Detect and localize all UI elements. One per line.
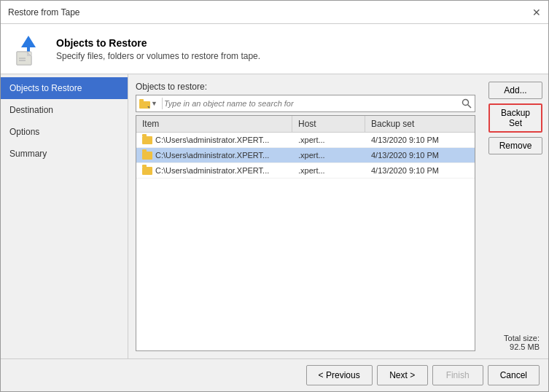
header-title: Objects to Restore: [56, 37, 260, 49]
cell-host: .xpert...: [292, 163, 365, 178]
cell-backup-set: 4/13/2020 9:10 PM: [365, 133, 475, 147]
table-body: C:\Users\administrator.XPERT... .xpert..…: [136, 133, 475, 350]
search-folder-button[interactable]: ▼: [136, 99, 160, 109]
svg-line-10: [468, 105, 472, 109]
sidebar-item-destination[interactable]: Destination: [1, 99, 128, 121]
sidebar-item-objects-to-restore[interactable]: Objects to Restore: [1, 77, 128, 99]
column-backup-set: Backup set: [365, 116, 475, 132]
dialog-title: Restore from Tape: [8, 7, 80, 17]
folder-icon: [142, 152, 152, 160]
total-size-area: Total size: 92.5 MB: [488, 334, 542, 351]
svg-rect-7: [139, 99, 144, 102]
cell-host: .xpert...: [292, 133, 365, 147]
cell-backup-set: 4/13/2020 9:10 PM: [365, 148, 475, 162]
bottom-bar: < Previous Next > Finish Cancel: [1, 358, 548, 391]
finish-button[interactable]: Finish: [432, 365, 483, 385]
header-icon: [11, 31, 46, 66]
folder-icon: [142, 136, 152, 144]
backup-set-button[interactable]: Backup Set: [488, 103, 542, 133]
cell-host: .xpert...: [292, 148, 365, 162]
previous-button[interactable]: < Previous: [306, 365, 373, 385]
table-row[interactable]: C:\Users\administrator.XPERT... .xpert..…: [136, 148, 475, 163]
add-button[interactable]: Add...: [488, 82, 542, 99]
folder-dropdown-icon: [139, 99, 151, 109]
search-divider: [162, 98, 163, 109]
column-host: Host: [292, 116, 365, 132]
remove-button[interactable]: Remove: [488, 137, 542, 154]
table-row[interactable]: C:\Users\administrator.XPERT... .xpert..…: [136, 133, 475, 148]
sidebar-item-summary[interactable]: Summary: [1, 143, 128, 165]
folder-icon: [142, 167, 152, 175]
table-area: Item Host Backup set C:\Users\administra…: [136, 115, 475, 351]
main-panel: Objects to restore: ▼: [128, 74, 483, 358]
header-subtitle: Specify files, folders or volumes to res…: [56, 51, 260, 61]
svg-point-9: [463, 100, 469, 106]
header-text: Objects to Restore Specify files, folder…: [56, 37, 260, 61]
total-size-text: Total size:: [488, 334, 540, 342]
search-input[interactable]: [164, 99, 459, 108]
dialog: Restore from Tape ✕ Objects to Restore S…: [0, 0, 549, 392]
column-item: Item: [136, 116, 292, 132]
cancel-button[interactable]: Cancel: [488, 365, 540, 385]
cell-item: C:\Users\administrator.XPERT...: [136, 163, 292, 178]
objects-label: Objects to restore:: [136, 82, 475, 92]
close-button[interactable]: ✕: [532, 7, 541, 17]
table-row[interactable]: C:\Users\administrator.XPERT... .xpert..…: [136, 163, 475, 179]
right-panel: Add... Backup Set Remove Total size: 92.…: [483, 74, 548, 358]
header-area: Objects to Restore Specify files, folder…: [1, 24, 548, 74]
cell-item: C:\Users\administrator.XPERT...: [136, 133, 292, 147]
cell-item: C:\Users\administrator.XPERT...: [136, 148, 292, 162]
title-bar: Restore from Tape ✕: [1, 1, 548, 24]
next-button[interactable]: Next >: [377, 365, 428, 385]
content-area: Objects to Restore Destination Options S…: [1, 74, 548, 358]
cell-backup-set: 4/13/2020 9:10 PM: [365, 163, 475, 178]
total-size-value: 92.5 MB: [488, 342, 540, 351]
search-bar: ▼: [136, 95, 475, 112]
sidebar: Objects to Restore Destination Options S…: [1, 74, 128, 358]
table-header: Item Host Backup set: [136, 116, 475, 133]
search-icon: [462, 98, 472, 109]
sidebar-item-options[interactable]: Options: [1, 121, 128, 143]
search-button[interactable]: [459, 98, 475, 109]
